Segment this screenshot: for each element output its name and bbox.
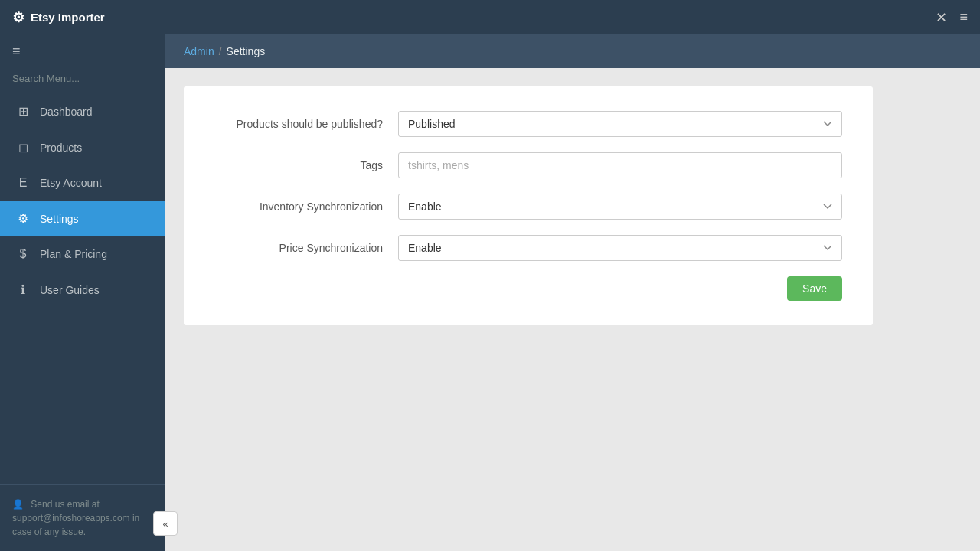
products-icon: ◻ [15, 140, 31, 155]
sidebar-label-plan-pricing: Plan & Pricing [40, 248, 107, 260]
sidebar-toggle[interactable]: ≡ [0, 34, 165, 69]
sidebar-item-user-guides[interactable]: ℹ User Guides [0, 272, 165, 308]
price-row: Price Synchronization Enable Disable [214, 235, 842, 261]
sidebar-item-plan-pricing[interactable]: $ Plan & Pricing [0, 236, 165, 272]
inventory-select[interactable]: Enable Disable [398, 194, 842, 220]
sidebar-label-etsy-account: Etsy Account [40, 177, 102, 189]
tags-control [398, 152, 842, 178]
sidebar-label-products: Products [40, 142, 82, 154]
sidebar-footer: 👤 Send us email at support@infoshoreapps… [0, 484, 165, 551]
search-input[interactable] [12, 73, 153, 84]
breadcrumb: Admin / Settings [165, 34, 980, 68]
settings-icon: ⚙ [15, 211, 31, 226]
main-layout: ≡ ⊞ Dashboard ◻ Products E Etsy Account … [0, 34, 980, 551]
footer-user-icon: 👤 [12, 499, 24, 510]
settings-card: Products should be published? Published … [184, 86, 873, 325]
sidebar-collapse-button[interactable]: « [153, 511, 178, 536]
page-content: Products should be published? Published … [165, 68, 980, 551]
price-select[interactable]: Enable Disable [398, 235, 842, 261]
sidebar-item-etsy-account[interactable]: E Etsy Account [0, 165, 165, 201]
menu-icon[interactable]: ≡ [959, 9, 968, 25]
logo-icon: ⚙ [12, 9, 24, 26]
inventory-row: Inventory Synchronization Enable Disable [214, 194, 842, 220]
app-logo: ⚙ Etsy Importer [12, 9, 105, 26]
tags-input[interactable] [398, 152, 842, 178]
etsy-icon: E [15, 176, 31, 190]
footer-text: Send us email at support@infoshoreapps.c… [12, 499, 139, 537]
sidebar-search-container [0, 69, 165, 93]
plan-icon: $ [15, 247, 31, 261]
sidebar-item-products[interactable]: ◻ Products [0, 129, 165, 165]
publish-label: Products should be published? [214, 118, 383, 130]
close-icon[interactable]: ✕ [936, 9, 947, 26]
breadcrumb-separator: / [219, 45, 222, 57]
sidebar: ≡ ⊞ Dashboard ◻ Products E Etsy Account … [0, 34, 165, 551]
topbar-actions: ✕ ≡ [936, 9, 968, 26]
sidebar-item-dashboard[interactable]: ⊞ Dashboard [0, 93, 165, 129]
sidebar-label-settings: Settings [40, 213, 79, 225]
dashboard-icon: ⊞ [15, 104, 31, 119]
price-label: Price Synchronization [214, 242, 383, 254]
sidebar-nav: ⊞ Dashboard ◻ Products E Etsy Account ⚙ … [0, 93, 165, 484]
content-area: Admin / Settings Products should be publ… [165, 34, 980, 551]
publish-control: Published Draft Pending [398, 111, 842, 137]
breadcrumb-parent[interactable]: Admin [184, 45, 214, 57]
breadcrumb-current: Settings [227, 45, 266, 57]
topbar: ⚙ Etsy Importer ✕ ≡ [0, 0, 980, 34]
app-title: Etsy Importer [31, 11, 105, 24]
sidebar-label-user-guides: User Guides [40, 284, 100, 296]
sidebar-item-settings[interactable]: ⚙ Settings [0, 201, 165, 236]
tags-label: Tags [214, 159, 383, 171]
publish-select[interactable]: Published Draft Pending [398, 111, 842, 137]
tags-row: Tags [214, 152, 842, 178]
sidebar-label-dashboard: Dashboard [40, 106, 93, 118]
publish-row: Products should be published? Published … [214, 111, 842, 137]
inventory-control: Enable Disable [398, 194, 842, 220]
form-actions: Save [214, 276, 842, 301]
price-control: Enable Disable [398, 235, 842, 261]
guides-icon: ℹ [15, 282, 31, 297]
inventory-label: Inventory Synchronization [214, 201, 383, 213]
save-button[interactable]: Save [787, 276, 842, 301]
